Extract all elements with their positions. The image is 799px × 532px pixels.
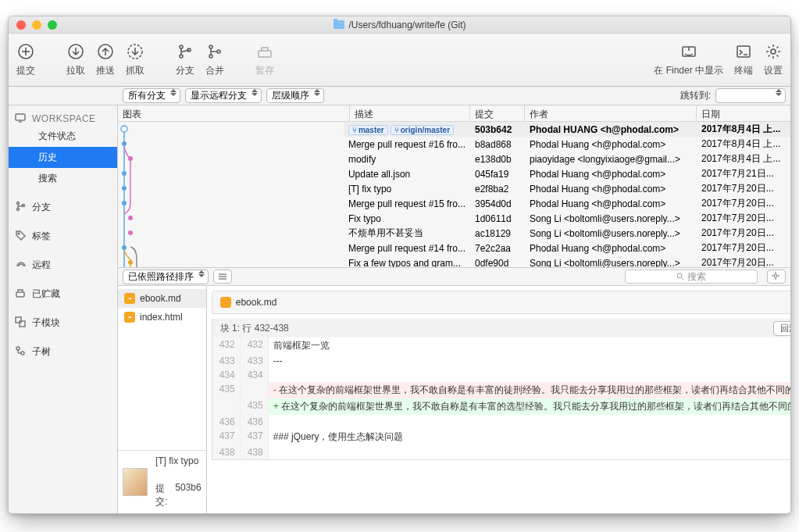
show-in-finder-button[interactable]: 在 Finder 中显示	[654, 42, 723, 77]
commit-row[interactable]: Update all.json045fa19Phodal Huang <h@ph…	[344, 166, 790, 181]
sidebar-item-search[interactable]: 搜索	[9, 168, 117, 189]
commit-hash: 503b6	[175, 482, 201, 509]
pull-icon	[66, 42, 85, 61]
modified-icon	[220, 297, 231, 308]
merge-icon	[205, 42, 224, 61]
branch-filter-select[interactable]: 所有分支	[123, 88, 180, 103]
sidebar-heading-workspace: WORKSPACE	[9, 109, 117, 126]
diff-content[interactable]: 432432前端框架一览433433---434434435在这个复杂的前端框架…	[212, 337, 790, 460]
branch-button[interactable]: 分支	[176, 42, 194, 77]
zoom-window[interactable]	[48, 20, 57, 30]
diff-filename: ebook.md	[236, 297, 277, 308]
fetch-icon	[126, 42, 144, 61]
svg-point-43	[774, 274, 777, 277]
sidebar-item-subtrees[interactable]: 子树	[9, 341, 117, 362]
order-select[interactable]: 层级顺序	[266, 88, 324, 103]
sidebar: WORKSPACE 文件状态 历史 搜索 分支 标签 远程	[9, 105, 118, 513]
commit-button[interactable]: 提交	[16, 42, 35, 77]
revert-hunk-button[interactable]: 回滚区块	[773, 321, 790, 336]
list-view-button[interactable]	[213, 270, 232, 284]
col-author[interactable]: 作者	[525, 105, 697, 121]
window-title: /Users/fdhuang/write/fe (Git)	[333, 20, 465, 30]
close-window[interactable]	[16, 20, 26, 30]
svg-line-42	[682, 278, 683, 280]
svg-point-29	[122, 141, 127, 146]
gear-icon	[764, 42, 783, 61]
svg-point-30	[128, 156, 133, 161]
commit-label: 提交:	[155, 482, 170, 509]
settings-button[interactable]: 设置	[764, 42, 783, 77]
commit-row[interactable]: modifye138d0bpiaoyidage <longyixiaoge@gm…	[344, 152, 790, 166]
changed-file-list: ebook.md index.html [T] fix typo 提交: 503…	[118, 286, 207, 513]
commit-row[interactable]: Fix a few typos and gram...0dfe90dSong L…	[344, 255, 790, 267]
push-button[interactable]: 推送	[96, 42, 115, 77]
svg-point-37	[128, 260, 133, 265]
svg-point-32	[122, 186, 127, 191]
branch-icon	[176, 42, 194, 61]
minimize-window[interactable]	[32, 20, 41, 30]
file-sort-bar: 已依照路径排序 搜索	[118, 267, 790, 286]
hunk-label: 块 1: 行 432-438	[220, 322, 289, 335]
pull-button[interactable]: 拉取	[66, 42, 85, 77]
commit-row[interactable]: masterorigin/master503b642Phodal HUANG <…	[344, 122, 790, 137]
svg-point-34	[128, 216, 133, 220]
merge-button[interactable]: 合并	[205, 42, 224, 77]
titlebar: /Users/fdhuang/write/fe (Git)	[9, 16, 790, 34]
sidebar-item-remotes[interactable]: 远程	[9, 255, 117, 276]
svg-point-15	[771, 49, 776, 54]
commit-title: [T] fix typo	[155, 455, 202, 466]
sidebar-item-tags[interactable]: 标签	[9, 226, 117, 247]
col-desc[interactable]: 描述	[350, 105, 470, 121]
commit-row[interactable]: Merge pull request #15 fro...3954d0dPhod…	[344, 196, 790, 211]
filter-bar: 所有分支 显示远程分支 层级顺序 跳转到:	[9, 87, 790, 105]
sidebar-item-stashes[interactable]: 已贮藏	[9, 284, 117, 305]
modified-icon	[124, 293, 135, 304]
stash-button[interactable]: 暂存	[255, 42, 274, 77]
svg-rect-16	[16, 114, 25, 120]
diff-options-button[interactable]	[767, 270, 786, 284]
commit-meta: [T] fix typo 提交: 503b6	[118, 450, 206, 513]
svg-point-11	[217, 50, 220, 53]
search-icon	[676, 273, 684, 280]
commit-list[interactable]: masterorigin/master503b642Phodal HUANG <…	[118, 122, 790, 267]
svg-point-36	[122, 245, 127, 250]
commit-list-header: 图表 描述 提交 作者 日期	[118, 105, 790, 122]
col-hash[interactable]: 提交	[470, 105, 525, 121]
commit-row[interactable]: 不烦单用不甚妥当ac18129Song Li <boltomli@users.n…	[344, 226, 790, 241]
folder-icon	[333, 20, 344, 29]
svg-point-25	[16, 347, 20, 350]
diff-panel: ebook.md ••• 块 1: 行 432-438 回滚区块 432432前…	[207, 286, 790, 513]
remote-branch-select[interactable]: 显示远程分支	[185, 88, 262, 103]
sidebar-item-submodules[interactable]: 子模块	[9, 312, 117, 334]
sidebar-item-history[interactable]: 历史	[9, 147, 117, 168]
col-graph[interactable]: 图表	[118, 105, 350, 121]
file-search-input[interactable]: 搜索	[625, 270, 758, 284]
terminal-icon	[734, 42, 753, 61]
commit-row[interactable]: Merge pull request #14 fro...7e2c2aaPhod…	[344, 241, 790, 255]
sidebar-item-file-status[interactable]: 文件状态	[9, 126, 117, 147]
file-sort-select[interactable]: 已依照路径排序	[123, 270, 209, 284]
file-item-ebook[interactable]: ebook.md	[118, 289, 206, 308]
svg-point-21	[18, 233, 20, 234]
svg-point-9	[209, 45, 212, 48]
svg-rect-14	[737, 46, 750, 57]
commit-row[interactable]: [T] fix typoe2f8ba2Phodal Huang <h@phoda…	[344, 181, 790, 196]
col-date[interactable]: 日期	[697, 105, 790, 121]
finder-icon	[680, 42, 698, 61]
jump-to-select[interactable]	[715, 88, 786, 103]
svg-point-41	[677, 273, 682, 278]
svg-point-26	[21, 352, 24, 355]
diff-file-header: ebook.md •••	[212, 291, 790, 314]
terminal-button[interactable]: 终端	[734, 42, 753, 77]
svg-rect-23	[16, 317, 21, 323]
fetch-button[interactable]: 抓取	[126, 42, 144, 77]
commit-icon	[16, 42, 35, 61]
file-item-index[interactable]: index.html	[118, 308, 206, 327]
gear-icon	[772, 272, 781, 281]
svg-point-6	[180, 45, 183, 48]
commit-row[interactable]: Fix typo1d0611dSong Li <boltomli@users.n…	[344, 211, 790, 226]
commit-graph	[118, 122, 344, 267]
sidebar-item-branches[interactable]: 分支	[9, 197, 117, 218]
commit-row[interactable]: Merge pull request #16 fro...b8ad868Phod…	[344, 137, 790, 152]
svg-point-28	[121, 126, 127, 132]
